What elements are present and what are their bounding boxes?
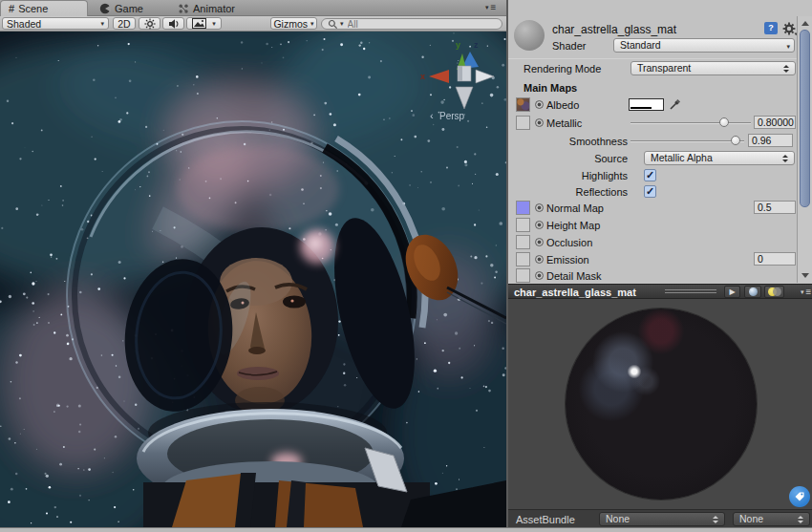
- slider-track: [630, 122, 751, 124]
- albedo-color-swatch[interactable]: [629, 98, 664, 111]
- updown-arrows-icon: [782, 155, 790, 162]
- tab-animator-label: Animator: [193, 3, 235, 14]
- emission-label: Emission: [546, 254, 589, 266]
- chevron-down-icon: ▾: [212, 20, 216, 28]
- scene-viewport[interactable]: x y z ‹ Persp: [0, 32, 506, 527]
- reflections-row: Reflections ✓: [508, 184, 797, 201]
- detail-mask-target-icon[interactable]: [535, 271, 544, 280]
- chevron-down-icon: ▾: [786, 40, 790, 53]
- normal-map-texture-thumbnail[interactable]: [516, 201, 530, 215]
- main-maps-header: Main Maps: [524, 82, 577, 94]
- rendering-mode-dropdown[interactable]: Transparent: [630, 61, 796, 75]
- scene-search-field[interactable]: ▾: [321, 18, 502, 30]
- search-input[interactable]: [346, 18, 480, 31]
- scroll-down-icon[interactable]: [801, 273, 809, 278]
- scrollbar-thumb[interactable]: [800, 30, 810, 207]
- occlusion-row: Occlusion: [508, 235, 797, 251]
- smoothness-value-field[interactable]: 0.96: [748, 134, 793, 147]
- search-filter-arrow-icon: ▾: [340, 20, 344, 28]
- preview-play-button[interactable]: ▶: [724, 286, 740, 298]
- chevron-down-icon: ▾: [100, 20, 104, 28]
- scene-audio-button[interactable]: [162, 17, 184, 30]
- preview-shape-button[interactable]: [744, 286, 761, 298]
- height-map-target-icon[interactable]: [535, 221, 544, 229]
- metallic-slider[interactable]: [630, 117, 751, 129]
- inspector-scrollbar[interactable]: [797, 16, 812, 283]
- inspector-panel: char_astrella_glass_mat ? Shader Standar…: [506, 0, 812, 527]
- slider-knob[interactable]: [731, 136, 740, 145]
- assetbundle-variant-dropdown[interactable]: None: [733, 512, 810, 526]
- shader-dropdown[interactable]: Standard ▾: [613, 38, 795, 53]
- detail-mask-row: Detail Mask: [508, 268, 797, 285]
- help-icon[interactable]: ?: [764, 22, 778, 34]
- source-dropdown[interactable]: Metallic Alpha: [644, 151, 795, 165]
- drag-handle-icon[interactable]: [665, 289, 716, 295]
- preview-title: char_astrella_glass_mat: [514, 287, 636, 298]
- chevron-down-icon: ▾: [310, 20, 314, 28]
- height-map-row: Height Map: [508, 218, 797, 234]
- emission-value-field[interactable]: 0: [754, 252, 796, 266]
- unity-editor-window: # Scene Game Animator ▾ ≡ Shaded ▾: [0, 0, 812, 532]
- emission-texture-thumbnail[interactable]: [516, 252, 530, 266]
- tab-animator[interactable]: Animator: [170, 0, 243, 16]
- speaker-icon: [168, 18, 180, 30]
- scene-effects-dropdown[interactable]: ▾: [186, 17, 222, 30]
- tab-scene-label: Scene: [18, 3, 48, 14]
- preview-header[interactable]: char_astrella_glass_mat ▶ ▾ ≡: [508, 284, 812, 299]
- scroll-up-icon[interactable]: [801, 21, 809, 26]
- scene-pane-menu[interactable]: ▾ ≡: [485, 3, 496, 12]
- material-preview-area[interactable]: [508, 299, 812, 509]
- shading-mode-dropdown[interactable]: Shaded ▾: [2, 17, 109, 30]
- rendering-mode-label: Rendering Mode: [524, 63, 601, 74]
- normal-map-value-field[interactable]: 0.5: [754, 201, 796, 214]
- tab-game[interactable]: Game: [92, 0, 151, 16]
- scene-tabstrip: # Scene Game Animator ▾ ≡: [0, 0, 506, 16]
- occlusion-label: Occlusion: [546, 237, 592, 248]
- highlights-row: Highlights ✓: [508, 168, 797, 184]
- gear-icon[interactable]: [782, 22, 798, 36]
- shader-label: Shader: [552, 40, 586, 52]
- tab-scene[interactable]: # Scene: [0, 0, 88, 16]
- assetbundle-value: None: [606, 513, 630, 524]
- occlusion-texture-thumbnail[interactable]: [516, 235, 530, 249]
- scene-lighting-button[interactable]: [139, 17, 160, 30]
- preview-lighting-button[interactable]: [764, 286, 784, 298]
- assetbundle-dropdown[interactable]: None: [599, 512, 725, 526]
- detail-mask-texture-thumbnail[interactable]: [516, 268, 530, 283]
- highlights-checkbox[interactable]: ✓: [644, 169, 656, 181]
- axis-y-label: y: [456, 40, 460, 50]
- smoothness-label: Smoothness: [508, 136, 628, 147]
- metallic-value-field[interactable]: 0.80000: [754, 116, 796, 129]
- reflections-checkbox[interactable]: ✓: [644, 185, 656, 198]
- gizmos-dropdown[interactable]: Gizmos ▾: [270, 17, 317, 30]
- normal-map-row: Normal Map 0.5: [508, 201, 797, 217]
- pane-menu-lines-icon: ≡: [491, 3, 497, 12]
- occlusion-target-icon[interactable]: [535, 238, 544, 246]
- 2d-toggle-button[interactable]: 2D: [113, 17, 136, 30]
- sun-icon: [144, 18, 156, 30]
- albedo-row: Albedo: [508, 97, 797, 114]
- smoothness-slider[interactable]: [630, 135, 744, 147]
- albedo-texture-thumbnail[interactable]: [516, 97, 530, 112]
- preview-pane-menu[interactable]: ▾ ≡: [801, 287, 811, 297]
- normal-map-target-icon[interactable]: [535, 203, 544, 212]
- height-map-texture-thumbnail[interactable]: [516, 218, 530, 232]
- play-icon: ▶: [729, 287, 735, 296]
- assetbundle-tag-button[interactable]: [789, 486, 810, 507]
- albedo-target-icon[interactable]: [535, 100, 544, 109]
- metallic-target-icon[interactable]: [535, 118, 544, 127]
- search-icon: [328, 19, 338, 30]
- gizmos-label: Gizmos: [273, 18, 308, 30]
- eyedropper-icon[interactable]: [669, 98, 681, 111]
- emission-target-icon[interactable]: [535, 255, 544, 264]
- slider-knob[interactable]: [719, 117, 729, 127]
- window-bottom-strip: [0, 527, 812, 532]
- metallic-texture-thumbnail[interactable]: [516, 116, 530, 130]
- rendering-mode-value: Transparent: [637, 62, 691, 74]
- 2d-toggle-label: 2D: [118, 18, 130, 30]
- albedo-label: Albedo: [546, 99, 579, 111]
- smoothness-row: Smoothness 0.96: [508, 134, 797, 150]
- axis-x-label: x: [420, 72, 425, 81]
- image-icon: [192, 18, 206, 29]
- source-label: Source: [508, 153, 628, 164]
